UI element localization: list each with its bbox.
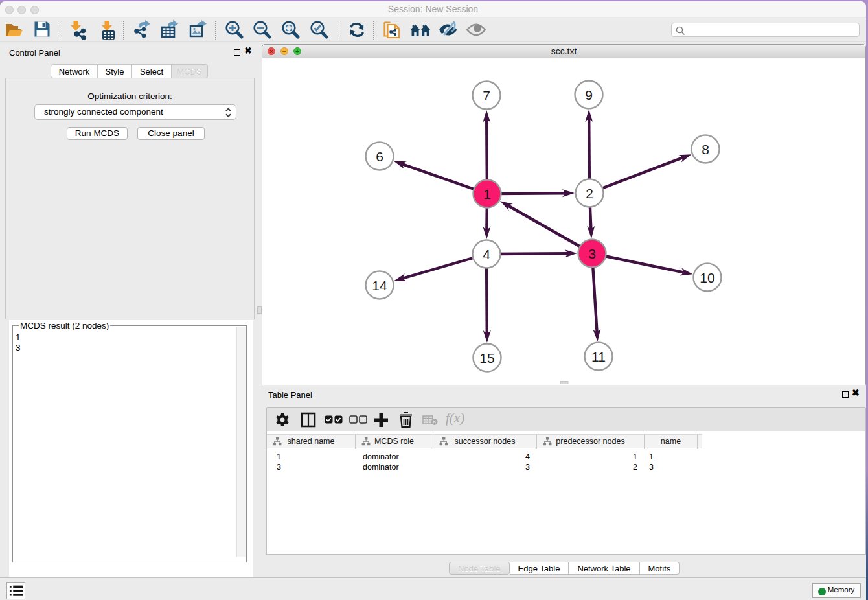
svg-text:1: 1 <box>483 187 491 202</box>
svg-text:4: 4 <box>483 247 490 262</box>
svg-text:9: 9 <box>585 87 593 102</box>
svg-text:11: 11 <box>591 349 606 364</box>
svg-text:2: 2 <box>586 186 593 201</box>
svg-text:14: 14 <box>372 278 387 293</box>
svg-text:3: 3 <box>588 246 596 261</box>
svg-text:7: 7 <box>483 88 490 103</box>
svg-text:15: 15 <box>479 351 494 365</box>
svg-text:8: 8 <box>702 142 709 157</box>
svg-text:6: 6 <box>376 149 383 164</box>
svg-text:10: 10 <box>700 270 714 285</box>
